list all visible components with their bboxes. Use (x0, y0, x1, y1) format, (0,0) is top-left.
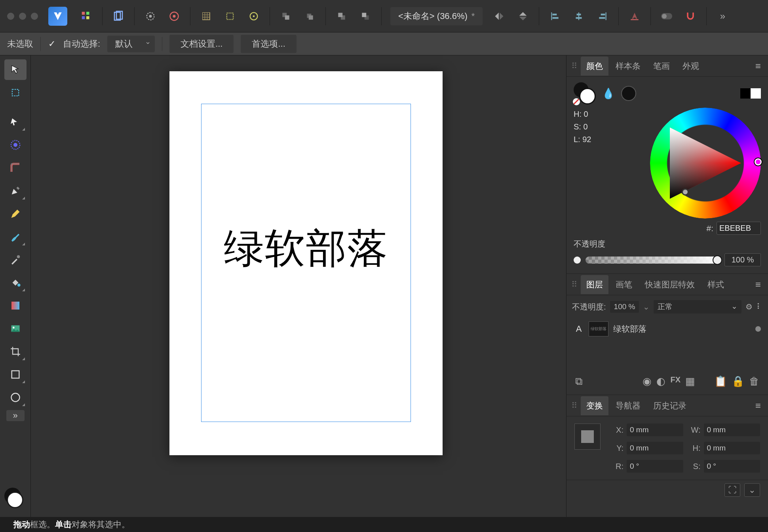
panel-menu-icon[interactable]: ≡ (753, 400, 763, 411)
baseline-icon[interactable] (624, 6, 645, 27)
tab-swatches[interactable]: 样本条 (610, 57, 646, 76)
crop-tool[interactable] (4, 341, 27, 362)
corner-tool[interactable] (4, 158, 27, 178)
lock-icon[interactable]: 🔒 (732, 375, 744, 388)
knife-tool[interactable] (4, 249, 27, 270)
layers-panel-tabs: ⠿ 图层 画笔 快速图层特效 样式 ≡ (566, 274, 768, 295)
document-settings-button[interactable]: 文档设置... (169, 35, 234, 53)
layer-visibility-icon[interactable] (755, 326, 761, 332)
link-wh-icon[interactable]: ⛶ (724, 483, 740, 497)
transform-options-icon[interactable]: ⌄ (744, 483, 760, 497)
y-input[interactable]: 0 mm (627, 442, 683, 454)
persona-switch-icon[interactable] (76, 6, 97, 27)
grip-icon[interactable]: ⠿ (571, 280, 579, 289)
target-icon[interactable] (164, 6, 184, 27)
eyedropper-icon[interactable]: 💧 (602, 87, 615, 100)
delete-icon[interactable]: 🗑 (749, 375, 759, 388)
pen-tool[interactable] (4, 180, 27, 201)
preferences-button[interactable]: 首选项... (241, 35, 296, 53)
tab-brushes[interactable]: 画笔 (610, 275, 638, 294)
auto-select-dropdown[interactable]: 默认 (107, 36, 155, 52)
canvas-text[interactable]: 绿软部落 (169, 222, 443, 276)
layer-item[interactable]: A 绿软部落 绿软部落 (572, 317, 762, 340)
pencil-tool[interactable] (4, 203, 27, 224)
fill-stroke-selector[interactable] (574, 82, 596, 104)
canvas[interactable]: 绿软部落 (31, 55, 566, 517)
svg-rect-21 (362, 13, 366, 17)
layer-name[interactable]: 绿软部落 (613, 323, 751, 334)
grip-icon[interactable]: ⠿ (571, 61, 579, 71)
artboard-icon[interactable] (108, 6, 129, 27)
grid-icon[interactable]: ▦ (685, 375, 695, 388)
adjustment-icon[interactable]: ◐ (656, 375, 665, 388)
flip-horizontal-icon[interactable] (489, 6, 509, 27)
fill-tool[interactable] (4, 272, 27, 293)
panel-menu-icon[interactable]: ≡ (753, 61, 763, 72)
tab-transform[interactable]: 变换 (581, 396, 608, 415)
node-tool[interactable] (4, 112, 27, 132)
move-tool[interactable] (4, 59, 27, 80)
layer-opacity-value[interactable]: 100 % (610, 301, 639, 313)
svg-point-32 (13, 143, 17, 147)
move-forward-icon[interactable] (331, 6, 352, 27)
toggle-ui-icon[interactable] (656, 6, 677, 27)
move-front-icon[interactable] (355, 6, 376, 27)
tab-styles[interactable]: 样式 (702, 275, 730, 294)
mask-icon[interactable]: ◉ (643, 375, 652, 388)
zoom-icon[interactable] (31, 13, 38, 20)
h-input[interactable]: 0 mm (704, 442, 760, 454)
tab-navigator[interactable]: 导航器 (610, 396, 646, 415)
settings-icon[interactable] (140, 6, 161, 27)
align-left-icon[interactable] (545, 6, 565, 27)
place-image-tool[interactable] (4, 318, 27, 339)
r-input[interactable]: 0 ° (627, 460, 683, 473)
blend-mode-dropdown[interactable]: 正常⌄ (654, 300, 741, 314)
default-bw-swatch[interactable] (740, 88, 761, 99)
artboard-tool[interactable] (4, 82, 27, 103)
duplicate-layer-icon[interactable]: ⧉ (575, 375, 583, 388)
tab-layers[interactable]: 图层 (581, 275, 608, 294)
minimize-icon[interactable] (19, 13, 26, 20)
move-backward-icon[interactable] (299, 6, 320, 27)
color-wheel[interactable] (650, 108, 761, 218)
anchor-point-selector[interactable] (574, 424, 601, 450)
s-input[interactable]: 0 ° (704, 460, 760, 473)
layer-overflow-icon[interactable]: ⠇ (757, 302, 762, 312)
gear-icon[interactable]: ⚙ (745, 302, 753, 312)
clipboard-icon[interactable]: 📋 (714, 375, 727, 388)
tools-overflow[interactable]: » (6, 410, 25, 421)
tab-history[interactable]: 历史记录 (648, 396, 692, 415)
point-transform-tool[interactable] (4, 135, 27, 155)
page[interactable]: 绿软部落 (169, 71, 443, 455)
snapping-icon[interactable] (680, 6, 701, 27)
w-input[interactable]: 0 mm (704, 424, 760, 436)
align-right-icon[interactable] (592, 6, 613, 27)
opacity-slider[interactable] (586, 256, 720, 264)
tab-fx[interactable]: 快速图层特效 (639, 275, 700, 294)
selection-bounds-icon[interactable] (220, 6, 240, 27)
overflow-icon[interactable]: » (712, 6, 733, 27)
transparency-tool[interactable] (4, 295, 27, 316)
auto-select-checkbox[interactable]: ✓ (48, 40, 56, 48)
ellipse-tool[interactable] (4, 387, 27, 408)
opacity-value[interactable]: 100 % (724, 253, 761, 266)
close-icon[interactable] (7, 13, 14, 20)
align-center-icon[interactable] (568, 6, 589, 27)
fx-icon[interactable]: FX (670, 375, 681, 388)
tab-appearance[interactable]: 外观 (677, 57, 705, 76)
x-input[interactable]: 0 mm (627, 424, 683, 436)
move-back-icon[interactable] (276, 6, 296, 27)
brush-tool[interactable] (4, 226, 27, 247)
tab-color[interactable]: 颜色 (581, 57, 608, 76)
transform-origin-icon[interactable] (243, 6, 264, 27)
color-swatch-pair[interactable] (4, 488, 27, 510)
rectangle-tool[interactable] (4, 364, 27, 385)
tab-stroke[interactable]: 笔画 (648, 57, 675, 76)
panel-menu-icon[interactable]: ≡ (753, 279, 763, 290)
recent-color-swatch[interactable] (621, 86, 636, 101)
grip-icon[interactable]: ⠿ (571, 401, 579, 410)
document-title[interactable]: <未命名> (36.6%) * (390, 7, 483, 25)
hex-input[interactable] (717, 222, 761, 235)
flip-vertical-icon[interactable] (513, 6, 533, 27)
pixel-grid-icon[interactable] (196, 6, 217, 27)
